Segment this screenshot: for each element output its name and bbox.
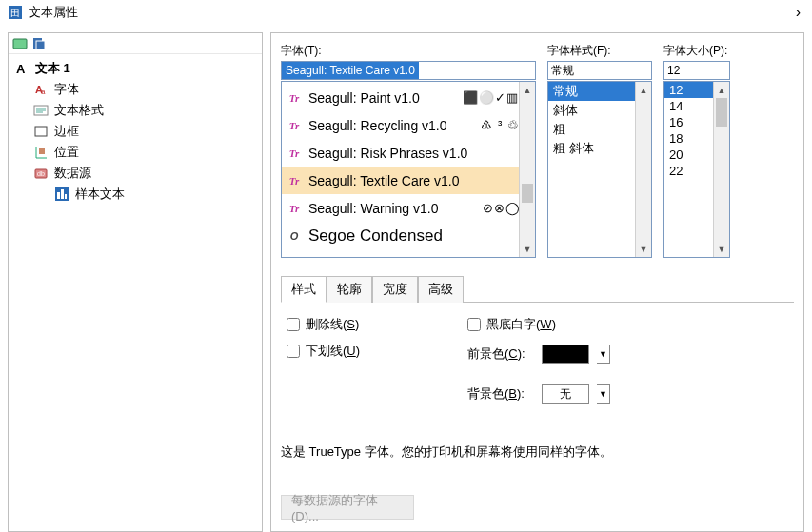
font-name: Seagull: Textile Care v1.0 xyxy=(308,173,525,188)
tab-宽度[interactable]: 宽度 xyxy=(372,276,418,303)
datasource-icon: db xyxy=(33,166,49,181)
font-option[interactable]: TrSeagull: Recycling v1.0♳ ³ ♲◑ xyxy=(282,111,535,139)
font-name: Segoe Condensed xyxy=(308,227,525,246)
position-icon xyxy=(33,145,49,160)
font-input-value: Seagull: Textile Care v1.0 xyxy=(282,62,419,79)
font-name: Seagull: Warning v1.0 xyxy=(308,201,477,216)
truetype-icon: O xyxy=(286,228,303,244)
fg-color-label: 前景色(C): xyxy=(467,345,534,363)
style-input[interactable] xyxy=(547,61,652,80)
tree-item-label: 边框 xyxy=(54,123,79,140)
dialog-title: 文本属性 xyxy=(29,4,792,21)
font-input[interactable]: Seagull: Textile Care v1.0 xyxy=(281,61,536,80)
font-name: Seagull: Risk Phrases v1.0 xyxy=(308,146,525,161)
tab-高级[interactable]: 高级 xyxy=(418,276,464,303)
font-option[interactable]: TrSeagull: Paint v1.0⬛⚪✓▥⚙ xyxy=(282,84,535,111)
tree-item-label: 数据源 xyxy=(54,165,91,182)
svg-text:a: a xyxy=(41,88,46,96)
truetype-icon: Tr xyxy=(286,146,303,161)
fg-color-dropdown[interactable]: ▼ xyxy=(597,345,610,364)
svg-rect-4 xyxy=(36,41,45,49)
style-scrollbar[interactable]: ▲ ▼ xyxy=(635,82,651,257)
size-input[interactable] xyxy=(663,61,730,80)
scroll-down-icon[interactable]: ▼ xyxy=(520,241,535,257)
svg-rect-12 xyxy=(35,127,47,136)
underline-checkbox-input[interactable] xyxy=(287,345,300,358)
tree-root[interactable]: A 文本 1 xyxy=(12,58,258,79)
truetype-icon: Tr xyxy=(286,118,303,133)
style-tabs: 样式轮廓宽度高级 xyxy=(281,275,794,303)
tree-item-position[interactable]: 位置 xyxy=(12,142,258,163)
app-icon: 田 xyxy=(8,5,23,20)
scroll-up-icon[interactable]: ▲ xyxy=(520,82,535,98)
style-label: 字体样式(F): xyxy=(547,43,652,59)
strike-checkbox[interactable]: 删除线(S) xyxy=(287,316,467,333)
tree-item-font[interactable]: Aa 字体 xyxy=(12,79,258,100)
svg-text:A: A xyxy=(16,62,26,76)
strike-checkbox-input[interactable] xyxy=(287,318,300,331)
underline-checkbox[interactable]: 下划线(U) xyxy=(287,343,467,360)
bg-color-dropdown[interactable]: ▼ xyxy=(597,384,610,404)
size-scrollbar[interactable]: ▲ ▼ xyxy=(713,82,729,257)
scroll-up-icon[interactable]: ▲ xyxy=(636,82,651,98)
bg-color-swatch[interactable]: 无 xyxy=(542,384,589,404)
format-icon xyxy=(33,103,49,118)
size-listbox[interactable]: 121416182022 ▲ ▼ xyxy=(663,81,730,258)
font-hint: 这是 TrueType 字体。您的打印机和屏幕将使用同样的字体。 xyxy=(281,443,794,461)
close-icon[interactable]: › xyxy=(792,5,804,20)
svg-rect-15 xyxy=(39,148,45,154)
bg-color-label: 背景色(B): xyxy=(467,385,534,403)
sample-icon xyxy=(54,187,69,202)
svg-rect-20 xyxy=(61,189,64,199)
svg-rect-2 xyxy=(13,39,27,49)
font-option[interactable]: OSegoe Condensed xyxy=(282,222,535,249)
svg-rect-21 xyxy=(65,194,67,199)
inverse-checkbox-input[interactable] xyxy=(467,318,481,331)
text-root-icon: A xyxy=(14,61,30,76)
property-tree[interactable]: A 文本 1 Aa 字体 文本格式 边框 位置 xyxy=(9,54,262,208)
tree-item-sample[interactable]: 样本文本 xyxy=(12,184,258,205)
tree-item-datasource[interactable]: db 数据源 xyxy=(12,163,258,184)
inverse-label: 黑底白字(W) xyxy=(486,316,556,333)
tree-item-textformat[interactable]: 文本格式 xyxy=(12,100,258,121)
scroll-down-icon[interactable]: ▼ xyxy=(636,241,651,257)
font-option[interactable]: TrSeagull: Risk Phrases v1.0 xyxy=(282,139,535,167)
left-toolbar xyxy=(9,33,262,54)
toolbar-icon-1[interactable] xyxy=(12,36,28,51)
font-option[interactable]: TrSeagull: Warning v1.0⊘⊗◯△ xyxy=(282,194,535,222)
left-panel: A 文本 1 Aa 字体 文本格式 边框 位置 xyxy=(8,32,263,532)
font-icon: Aa xyxy=(33,82,49,97)
svg-text:田: 田 xyxy=(10,8,20,18)
inverse-checkbox[interactable]: 黑底白字(W) xyxy=(467,316,610,333)
font-name: Seagull: Recycling v1.0 xyxy=(308,118,475,133)
font-name: Seagull: Paint v1.0 xyxy=(308,90,457,106)
per-datasource-font-button: 每数据源的字体(D)... xyxy=(281,495,414,520)
scroll-up-icon[interactable]: ▲ xyxy=(714,82,729,98)
tree-sub-label: 样本文本 xyxy=(75,186,125,203)
truetype-icon: Tr xyxy=(286,90,303,106)
fg-color-swatch[interactable] xyxy=(542,345,589,364)
svg-rect-19 xyxy=(57,192,60,199)
font-label: 字体(T): xyxy=(281,43,536,59)
tree-item-label: 位置 xyxy=(54,144,79,161)
tree-item-label: 字体 xyxy=(54,81,79,98)
tree-root-label: 文本 1 xyxy=(35,60,70,77)
tree-item-border[interactable]: 边框 xyxy=(12,121,258,142)
font-scrollbar[interactable]: ▲ ▼ xyxy=(519,82,535,257)
strike-label: 删除线(S) xyxy=(306,316,359,333)
tab-样式[interactable]: 样式 xyxy=(281,276,327,303)
toolbar-icon-2[interactable] xyxy=(31,36,47,51)
tab-轮廓[interactable]: 轮廓 xyxy=(327,276,372,303)
right-panel: 字体(T): Seagull: Textile Care v1.0 TrSeag… xyxy=(270,32,804,532)
underline-label: 下划线(U) xyxy=(306,343,360,360)
font-listbox[interactable]: TrSeagull: Paint v1.0⬛⚪✓▥⚙TrSeagull: Rec… xyxy=(281,81,536,258)
svg-text:db: db xyxy=(37,170,45,177)
truetype-icon: Tr xyxy=(286,201,303,216)
scroll-down-icon[interactable]: ▼ xyxy=(714,241,729,257)
size-label: 字体大小(P): xyxy=(663,43,730,59)
font-option[interactable]: TrSeagull: Textile Care v1.0 xyxy=(282,167,535,194)
truetype-icon: Tr xyxy=(286,173,303,188)
border-icon xyxy=(33,124,49,139)
tree-item-label: 文本格式 xyxy=(54,102,104,119)
style-listbox[interactable]: 常规斜体粗粗 斜体 ▲ ▼ xyxy=(547,81,652,258)
